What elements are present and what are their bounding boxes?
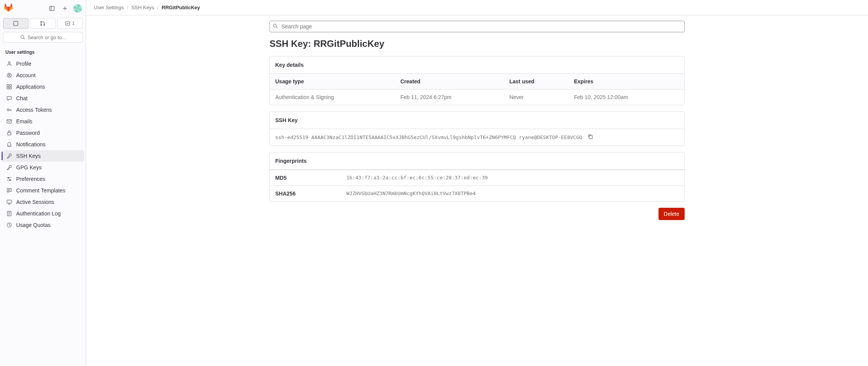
sidebar-item-ssh-keys[interactable]: SSH Keys <box>2 150 84 162</box>
account-icon <box>6 72 12 78</box>
col-expires: Expires <box>574 78 679 84</box>
svg-point-37 <box>273 24 276 27</box>
email-icon <box>6 118 12 124</box>
applications-icon <box>6 84 12 90</box>
key-icon <box>6 164 12 171</box>
sidebar-item-notifications[interactable]: Notifications <box>2 139 84 150</box>
svg-rect-20 <box>8 132 11 135</box>
merge-requests-pill[interactable] <box>30 18 55 29</box>
sidebar-item-account[interactable]: Account <box>2 70 84 81</box>
sidebar-top <box>0 0 86 17</box>
bell-icon <box>6 141 12 147</box>
breadcrumb-user-settings[interactable]: User Settings <box>94 5 124 10</box>
copy-ssh-key-button[interactable] <box>587 133 594 142</box>
breadcrumb-current: RRGitPublicKey <box>162 5 200 10</box>
fingerprints-header: Fingerprints <box>270 152 684 170</box>
sidebar-item-applications[interactable]: Applications <box>2 81 84 93</box>
sidebar-item-usage-quotas[interactable]: Usage Quotas <box>2 219 84 231</box>
sidebar-item-access-tokens[interactable]: Access Tokens <box>2 104 84 116</box>
ssh-key-value: ssh-ed25519 AAAAC3NzaC1lZDI1NTE5AAAAIC5x… <box>275 134 582 140</box>
sidebar-section-title: User settings <box>0 46 86 56</box>
svg-point-13 <box>8 74 10 76</box>
todos-pill[interactable]: 1 <box>57 18 83 29</box>
svg-point-18 <box>7 109 9 111</box>
content: SSH Key: RRGitPublicKey Key details Usag… <box>262 15 692 225</box>
svg-rect-16 <box>7 87 9 89</box>
key-details-row: Authentication & Signing Feb 11, 2024 6:… <box>270 89 684 105</box>
sidebar-item-active-sessions[interactable]: Active Sessions <box>2 196 84 208</box>
main: User Settings / SSH Keys / RRGitPublicKe… <box>86 0 868 366</box>
breadcrumb-separator: / <box>157 5 159 10</box>
key-details-columns: Usage type Created Last used Expires <box>270 74 684 89</box>
token-icon <box>6 107 12 113</box>
page-title: SSH Key: RRGitPublicKey <box>269 38 685 49</box>
sha256-value: WJZHVGbUaHZ3N7RmbUmNcgKYhQVAi0LtVwz7X8TP… <box>346 190 476 197</box>
log-icon <box>6 210 12 217</box>
svg-line-38 <box>276 27 277 28</box>
nav-label: Chat <box>16 95 28 101</box>
svg-rect-29 <box>7 200 12 203</box>
nav-label: Comment Templates <box>16 187 65 194</box>
breadcrumb-separator: / <box>127 5 128 10</box>
ssh-key-row: ssh-ed25519 AAAAC3NzaC1lZDI1NTE5AAAAIC5x… <box>270 129 684 146</box>
nav-label: Profile <box>16 61 32 67</box>
ssh-key-header: SSH Key <box>270 112 684 129</box>
issues-pill[interactable] <box>3 18 28 29</box>
col-created: Created <box>401 78 510 84</box>
svg-rect-15 <box>10 84 12 86</box>
nav-label: SSH Keys <box>16 153 41 159</box>
svg-point-6 <box>41 25 42 26</box>
nav-label: GPG Keys <box>16 164 42 171</box>
delete-button[interactable]: Delete <box>658 208 685 220</box>
val-last-used: Never <box>509 94 574 100</box>
quota-icon <box>6 222 12 228</box>
sidebar-item-emails[interactable]: Emails <box>2 116 84 127</box>
page-search-wrap <box>269 21 685 32</box>
md5-label: MD5 <box>275 175 346 181</box>
key-details-header: Key details <box>270 56 684 74</box>
val-usage-type: Authentication & Signing <box>275 94 401 100</box>
sidebar-item-password[interactable]: Password <box>2 127 84 139</box>
md5-value: 1b:43:f7:a3:2a:cc:bf:ec:6c:55:ce:28:37:e… <box>346 175 488 181</box>
sidebar-item-gpg-keys[interactable]: GPG Keys <box>2 162 84 173</box>
chat-icon <box>6 95 12 101</box>
breadcrumb: User Settings / SSH Keys / RRGitPublicKe… <box>86 0 868 15</box>
nav-label: Preferences <box>16 176 45 182</box>
sidebar-search-button[interactable]: Search or go to... <box>3 32 83 43</box>
key-icon <box>6 153 12 159</box>
svg-rect-39 <box>589 136 592 139</box>
svg-point-7 <box>44 25 45 26</box>
svg-point-26 <box>10 180 11 181</box>
gitlab-logo-icon[interactable] <box>4 3 13 13</box>
todos-count: 1 <box>72 21 75 26</box>
sidebar-item-chat[interactable]: Chat <box>2 93 84 104</box>
sidebar-item-preferences[interactable]: Preferences <box>2 173 84 185</box>
sidebar-item-comment-templates[interactable]: Comment Templates <box>2 185 84 196</box>
key-details-panel: Key details Usage type Created Last used… <box>269 56 685 105</box>
nav-label: Applications <box>16 84 45 90</box>
sidebar-item-authentication-log[interactable]: Authentication Log <box>2 208 84 219</box>
col-usage-type: Usage type <box>275 78 401 84</box>
col-last-used: Last used <box>509 78 574 84</box>
sha256-label: SHA256 <box>275 190 346 197</box>
nav-label: Access Tokens <box>16 107 52 113</box>
search-icon <box>273 23 278 30</box>
sidebar-nav: Profile Account Applications Chat Access… <box>0 56 86 232</box>
nav-label: Usage Quotas <box>16 222 51 228</box>
delete-row: Delete <box>269 208 685 220</box>
page-search-input[interactable] <box>269 21 685 32</box>
plus-icon[interactable] <box>60 4 70 13</box>
fingerprints-panel: Fingerprints MD5 1b:43:f7:a3:2a:cc:bf:ec… <box>269 152 685 202</box>
sidebar-item-profile[interactable]: Profile <box>2 58 84 70</box>
collapse-sidebar-icon[interactable] <box>47 4 57 13</box>
val-created: Feb 11, 2024 6:27pm <box>401 94 510 100</box>
nav-label: Password <box>16 130 40 136</box>
nav-label: Active Sessions <box>16 199 54 205</box>
comment-icon <box>6 187 12 194</box>
svg-point-11 <box>8 62 10 64</box>
nav-label: Authentication Log <box>16 210 61 217</box>
nav-label: Notifications <box>16 141 45 147</box>
top-action-pills: 1 <box>0 17 86 32</box>
user-avatar[interactable] <box>73 4 82 13</box>
breadcrumb-ssh-keys[interactable]: SSH Keys <box>131 5 154 10</box>
